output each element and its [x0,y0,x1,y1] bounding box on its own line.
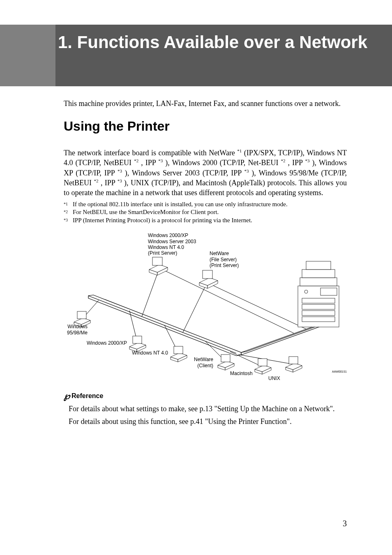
sup-ref: *3 [118,178,122,183]
sup-ref: *2 [281,158,285,163]
svg-line-5 [183,286,205,332]
label-line: (Print Server) [148,250,196,256]
label-line: (Print Server) [210,263,239,268]
svg-rect-16 [302,269,335,278]
svg-line-12 [162,269,294,333]
section-body: The network interface board is compatibl… [64,148,347,198]
footnote: *1 If the optional 802.11b interface uni… [64,200,347,209]
footnote-num: *3 [64,216,73,225]
page-number: 3 [343,519,347,528]
label-line: Windows NT 4.0 [148,244,196,250]
footnote-text: If the optional 802.11b interface unit i… [73,200,347,209]
diagram-label-unix: UNIX [268,375,280,381]
header-accent-block [0,25,55,86]
svg-rect-18 [302,298,335,303]
sup-ref: *3 [305,158,309,163]
reference-body: For details about what settings to make,… [64,404,347,427]
body-part: , IPP [285,159,305,167]
chapter-header: 1. Functions Available over a Network [0,25,392,86]
footnote: *2 For NetBEUI, use the SmartDeviceMonit… [64,208,347,216]
svg-line-13 [210,284,306,329]
diagram-label-netware-server: NetWare (File Server) (Print Server) [210,251,239,268]
svg-rect-33 [203,270,212,279]
body-part: ), Windows Server 2003 (TCP/IP, IPP [122,169,244,177]
svg-rect-29 [152,257,162,265]
label-line: NetWare [210,251,239,256]
reference-p2: For details about using this function, s… [69,417,347,427]
sup-ref: *3 [158,158,163,163]
section-heading: Using the Printer [64,119,347,134]
footnote-text: For NetBEUI, use the SmartDeviceMonitor … [73,208,347,216]
svg-rect-25 [77,311,86,319]
reference-p1: For details about what settings to make,… [69,404,347,414]
diagram-label-topserver: Windows 2000/XP Windows Server 2003 Wind… [148,233,196,256]
intro-paragraph: This machine provides printer, LAN-Fax, … [64,99,347,109]
body-part: The network interface board is compatibl… [64,149,237,157]
svg-rect-22 [321,288,337,295]
chapter-title: 1. Functions Available over a Network [55,25,392,86]
diagram-id: AAW001S1 [332,370,347,373]
network-diagram: Windows 2000/XP Windows Server 2003 Wind… [64,233,347,385]
sup-ref: *2 [94,178,98,183]
body-part: ), Windows 2000 (TCP/IP, Net-BEUI [163,159,281,167]
body-part: , IPP [98,179,117,187]
sup-ref: *3 [244,168,249,173]
svg-line-8 [230,352,261,366]
diagram-label-win2000xp: Windows 2000/XP [87,340,127,346]
svg-rect-19 [302,304,335,309]
label-line: NetWare [194,357,213,362]
footnote-num: *1 [64,200,73,209]
svg-line-3 [142,272,158,317]
svg-rect-20 [302,311,335,315]
page-content: This machine provides printer, LAN-Fax, … [0,86,392,427]
svg-rect-37 [133,336,142,343]
sup-ref: *1 [237,148,242,153]
svg-rect-17 [306,261,331,269]
footnote: *3 IPP (Internet Printing Protocol) is a… [64,216,347,225]
svg-rect-21 [302,317,335,322]
sup-ref: *2 [134,158,138,163]
svg-rect-49 [258,359,267,366]
svg-rect-53 [289,357,298,364]
svg-rect-15 [300,278,337,286]
diagram-label-winnt40: Windows NT 4.0 [132,350,168,356]
label-line: (File Server) [210,257,239,263]
diagram-label-nwclient: NetWare (Client) [194,357,213,368]
label-line: (Client) [194,363,213,368]
label-line: Windows 2000/XP [148,233,196,238]
reference-heading: ℘ Reference [64,391,347,401]
footnote-num: *2 [64,208,73,216]
diagram-label-macintosh: Macintosh [230,371,253,376]
footnote-text: IPP (Internet Printing Protocol) is a pr… [73,216,347,225]
svg-rect-41 [174,346,183,354]
label-line: Windows Server 2003 [148,239,196,244]
reference-heading-text: Reference [71,392,103,400]
sup-ref: *3 [118,168,122,173]
svg-point-23 [304,290,308,293]
footnotes: *1 If the optional 802.11b interface uni… [64,200,347,225]
reference-icon: ℘ [64,391,70,401]
diagram-label-win9598: Windows 95/98/Me [64,324,88,336]
svg-rect-45 [221,355,230,362]
body-part: , IPP [138,159,158,167]
